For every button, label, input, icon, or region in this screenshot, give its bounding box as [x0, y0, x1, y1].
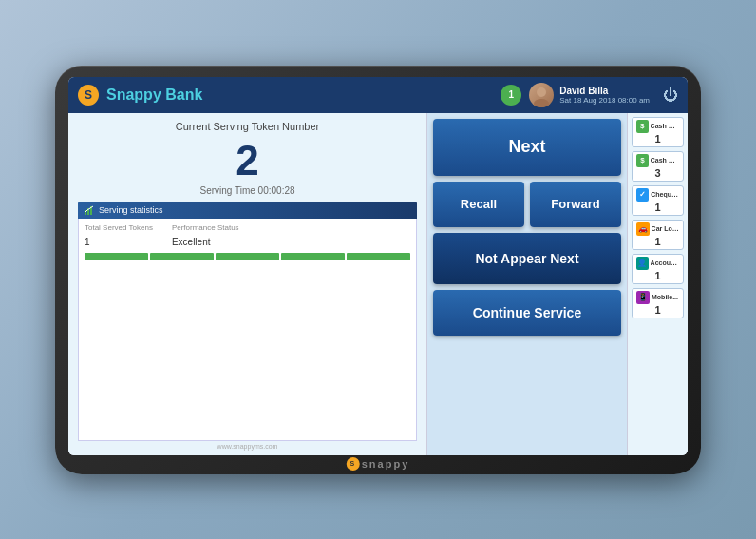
- recall-forward-row: Recall Forward: [433, 182, 621, 227]
- left-panel: Current Serving Token Number 2 Serving T…: [68, 113, 427, 455]
- app-logo: S: [78, 85, 99, 106]
- car-loan-icon: 🚗: [636, 222, 650, 236]
- middle-panel: Next Recall Forward Not Appear Next Cont…: [427, 113, 627, 455]
- stats-header: Serving statistics: [78, 202, 417, 219]
- svg-point-1: [534, 99, 549, 107]
- stats-body: Total Served Tokens 1 Performance Status…: [78, 219, 417, 441]
- cash-deposit-label: Cash De...: [651, 123, 679, 129]
- power-icon[interactable]: ⏻: [663, 87, 678, 104]
- status-badge: 1: [501, 85, 521, 106]
- cash-withdrawal-count: 3: [654, 167, 660, 179]
- progress-seg-4: [281, 253, 345, 260]
- cheque-icon: ✓: [636, 188, 649, 202]
- stats-performance-value: Excellent: [172, 237, 211, 247]
- tablet-brand-label: snappy: [362, 458, 410, 470]
- progress-bar: [85, 253, 410, 260]
- account-icon: 👤: [636, 257, 649, 270]
- mobile-count: 1: [654, 304, 660, 316]
- chart-icon: [84, 204, 95, 216]
- svg-point-0: [537, 87, 546, 97]
- stats-total-label: Total Served Tokens: [85, 223, 153, 232]
- app-header: S Snappy Bank 1 David Billa Sat 18 Aug 2…: [68, 77, 688, 113]
- footer-url: www.snappyms.com: [78, 443, 417, 450]
- cash-deposit-icon: $: [636, 120, 649, 133]
- car-loan-count: 1: [654, 236, 660, 247]
- cheque-label: Cheque...: [651, 191, 679, 198]
- account-count: 1: [654, 270, 660, 281]
- not-appear-next-button[interactable]: Not Appear Next: [433, 233, 621, 284]
- user-datetime: Sat 18 Aug 2018 08:00 am: [559, 96, 650, 105]
- tablet-device: S Snappy Bank 1 David Billa Sat 18 Aug 2…: [55, 66, 701, 474]
- mobile-label: Mobile...: [652, 294, 678, 300]
- service-cheque[interactable]: ✓ Cheque... 1: [632, 185, 684, 216]
- cheque-count: 1: [654, 202, 660, 213]
- continue-service-button[interactable]: Continue Service: [433, 290, 621, 336]
- tablet-logo: S: [347, 457, 360, 471]
- user-details: David Billa Sat 18 Aug 2018 08:00 am: [559, 86, 650, 105]
- recall-button[interactable]: Recall: [433, 182, 524, 227]
- token-label: Current Serving Token Number: [78, 121, 417, 132]
- user-name: David Billa: [559, 86, 650, 96]
- cash-deposit-count: 1: [654, 133, 660, 144]
- mobile-icon: 📱: [636, 291, 650, 304]
- progress-seg-3: [216, 253, 279, 260]
- stats-header-label: Serving statistics: [99, 205, 163, 215]
- forward-button[interactable]: Forward: [530, 182, 621, 227]
- service-car-loan[interactable]: 🚗 Car Loan 1: [632, 220, 684, 250]
- progress-seg-5: [347, 253, 410, 260]
- progress-seg-1: [85, 253, 148, 260]
- token-number: 2: [78, 140, 417, 182]
- right-panel: $ Cash De... 1 $ Cash Wi... 3 ✓ Cheque..: [627, 113, 688, 455]
- stats-row: Total Served Tokens 1 Performance Status…: [85, 223, 410, 249]
- next-button[interactable]: Next: [433, 119, 621, 176]
- serving-time: Serving Time 00:00:28: [78, 185, 417, 196]
- main-content: Current Serving Token Number 2 Serving T…: [68, 113, 688, 455]
- stats-total-col: Total Served Tokens 1: [85, 223, 153, 249]
- service-cash-withdrawal[interactable]: $ Cash Wi... 3: [632, 151, 684, 182]
- service-account[interactable]: 👤 Account... 1: [632, 254, 684, 284]
- cash-withdrawal-label: Cash Wi...: [651, 157, 679, 164]
- car-loan-label: Car Loan: [652, 225, 679, 232]
- cash-withdrawal-icon: $: [636, 154, 649, 167]
- app-title: Snappy Bank: [106, 87, 493, 104]
- tablet-screen: S Snappy Bank 1 David Billa Sat 18 Aug 2…: [68, 77, 688, 455]
- stats-performance-col: Performance Status Excellent: [172, 223, 239, 249]
- avatar: [529, 83, 554, 107]
- account-label: Account...: [651, 260, 679, 266]
- service-cash-deposit[interactable]: $ Cash De... 1: [632, 117, 684, 147]
- tablet-brand: S snappy: [347, 457, 410, 471]
- user-info: David Billa Sat 18 Aug 2018 08:00 am: [529, 83, 650, 107]
- service-mobile[interactable]: 📱 Mobile... 1: [632, 288, 684, 318]
- stats-total-value: 1: [85, 237, 90, 247]
- progress-seg-2: [150, 253, 214, 260]
- stats-performance-label: Performance Status: [172, 223, 239, 232]
